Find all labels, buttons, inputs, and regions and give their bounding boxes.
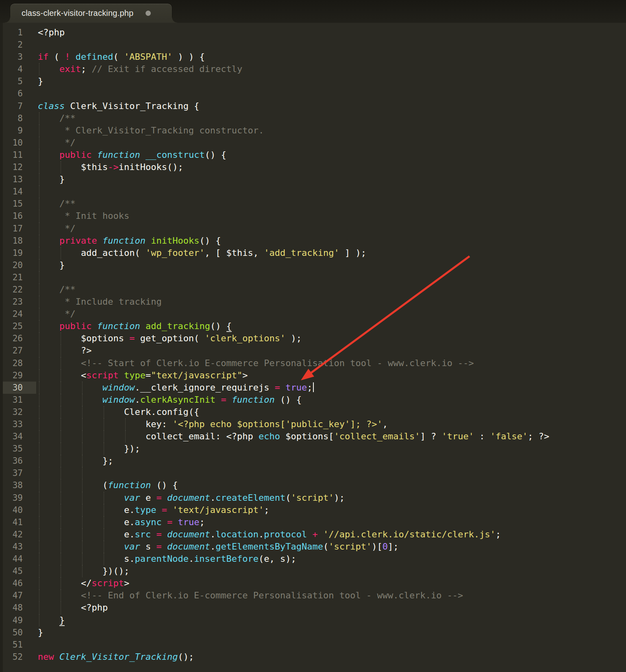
code-line-42[interactable]: 42 e.src = document.location.protocol + … (0, 528, 626, 541)
code-line-text[interactable]: }; (38, 455, 626, 467)
line-number[interactable]: 28 (0, 357, 23, 369)
line-number[interactable]: 38 (0, 479, 23, 491)
line-number[interactable]: 13 (0, 173, 23, 185)
code-line-text[interactable]: <script type="text/javascript"> (38, 369, 626, 382)
code-line-text[interactable]: class Clerk_Visitor_Tracking { (38, 100, 626, 112)
code-line-text[interactable]: </script> (38, 577, 626, 589)
code-line-text[interactable]: public function add_tracking() { (38, 320, 626, 332)
line-number[interactable]: 8 (0, 112, 23, 124)
code-line-text[interactable]: $options = get_option( 'clerk_options' )… (38, 332, 626, 345)
code-line-text[interactable]: s.parentNode.insertBefore(e, s); (38, 553, 626, 565)
code-line-text[interactable]: }); (38, 443, 626, 455)
code-line-33[interactable]: 33 key: '<?php echo $options['public_key… (0, 418, 626, 430)
line-number[interactable]: 7 (0, 100, 23, 112)
code-line-10[interactable]: 10 */ (0, 137, 626, 149)
code-line-17[interactable]: 17 */ (0, 223, 626, 235)
code-line-38[interactable]: 38 (function () { (0, 479, 626, 491)
code-line-text[interactable]: */ (38, 223, 626, 235)
code-line-37[interactable]: 37 (0, 467, 626, 479)
line-number[interactable]: 23 (0, 296, 23, 308)
code-line-text[interactable]: })(); (38, 565, 626, 577)
code-line-39[interactable]: 39 var e = document.createElement('scrip… (0, 492, 626, 504)
code-line-36[interactable]: 36 }; (0, 455, 626, 467)
line-number[interactable]: 48 (0, 602, 23, 614)
line-number[interactable]: 10 (0, 137, 23, 149)
code-editor[interactable]: 1<?php23if ( ! defined( 'ABSPATH' ) ) {4… (0, 23, 626, 672)
code-line-13[interactable]: 13 } (0, 173, 626, 185)
code-line-44[interactable]: 44 s.parentNode.insertBefore(e, s); (0, 553, 626, 565)
code-line-text[interactable]: * Include tracking (38, 296, 626, 308)
line-number[interactable]: 52 (0, 651, 23, 663)
code-line-text[interactable]: key: '<?php echo $options['public_key'];… (38, 418, 626, 430)
code-line-49[interactable]: 49 } (0, 614, 626, 626)
code-line-12[interactable]: 12 $this->initHooks(); (0, 161, 626, 173)
code-line-18[interactable]: 18 private function initHooks() { (0, 235, 626, 247)
code-line-text[interactable] (38, 639, 626, 651)
code-line-text[interactable]: (function () { (38, 479, 626, 491)
line-number[interactable]: 41 (0, 516, 23, 528)
code-line-text[interactable] (38, 467, 626, 479)
code-line-30[interactable]: 30 window.__clerk_ignore_requirejs = tru… (0, 382, 626, 394)
code-line-text[interactable]: e.type = 'text/javascript'; (38, 504, 626, 516)
code-line-19[interactable]: 19 add_action( 'wp_footer', [ $this, 'ad… (0, 247, 626, 259)
code-line-47[interactable]: 47 <!-- End of Clerk.io E-commerce Perso… (0, 589, 626, 602)
line-number[interactable]: 43 (0, 541, 23, 553)
line-number[interactable]: 18 (0, 235, 23, 247)
code-line-9[interactable]: 9 * Clerk_Visitor_Tracking constructor. (0, 124, 626, 137)
code-line-text[interactable] (38, 271, 626, 284)
code-line-text[interactable]: ?> (38, 345, 626, 357)
code-line-text[interactable]: <?php (38, 26, 626, 39)
code-line-11[interactable]: 11 public function __construct() { (0, 149, 626, 161)
code-line-text[interactable]: <?php (38, 602, 626, 614)
line-number[interactable]: 22 (0, 284, 23, 296)
line-number[interactable]: 50 (0, 626, 23, 639)
line-number[interactable]: 21 (0, 271, 23, 284)
line-number[interactable]: 6 (0, 87, 23, 100)
code-line-34[interactable]: 34 collect_email: <?php echo $options['c… (0, 430, 626, 443)
line-number[interactable]: 9 (0, 124, 23, 137)
code-line-text[interactable]: public function __construct() { (38, 149, 626, 161)
code-line-41[interactable]: 41 e.async = true; (0, 516, 626, 528)
code-line-22[interactable]: 22 /** (0, 284, 626, 296)
code-line-text[interactable]: /** (38, 198, 626, 210)
code-line-text[interactable]: exit; // Exit if accessed directly (38, 63, 626, 75)
code-line-text[interactable]: } (38, 173, 626, 185)
code-line-51[interactable]: 51 (0, 639, 626, 651)
code-line-35[interactable]: 35 }); (0, 443, 626, 455)
line-number[interactable]: 29 (0, 369, 23, 382)
code-line-45[interactable]: 45 })(); (0, 565, 626, 577)
line-number[interactable]: 32 (0, 406, 23, 418)
line-number[interactable]: 5 (0, 75, 23, 87)
code-line-25[interactable]: 25 public function add_tracking() { (0, 320, 626, 332)
file-tab[interactable]: class-clerk-visitor-tracking.php (10, 3, 172, 23)
line-number[interactable]: 3 (0, 51, 23, 63)
code-line-text[interactable]: $this->initHooks(); (38, 161, 626, 173)
code-line-15[interactable]: 15 /** (0, 198, 626, 210)
code-line-31[interactable]: 31 window.clerkAsyncInit = function () { (0, 394, 626, 406)
code-line-text[interactable]: private function initHooks() { (38, 235, 626, 247)
code-line-52[interactable]: 52new Clerk_Visitor_Tracking(); (0, 651, 626, 663)
line-number[interactable]: 34 (0, 430, 23, 443)
code-line-text[interactable]: Clerk.config({ (38, 406, 626, 418)
code-line-50[interactable]: 50} (0, 626, 626, 639)
code-line-text[interactable]: * Init hooks (38, 210, 626, 222)
code-line-text[interactable]: } (38, 75, 626, 87)
code-line-8[interactable]: 8 /** (0, 112, 626, 124)
code-line-7[interactable]: 7class Clerk_Visitor_Tracking { (0, 100, 626, 112)
line-number[interactable]: 24 (0, 308, 23, 320)
code-line-text[interactable]: var e = document.createElement('script')… (38, 492, 626, 504)
line-number[interactable]: 47 (0, 589, 23, 602)
code-line-text[interactable]: e.async = true; (38, 516, 626, 528)
line-number[interactable]: 2 (0, 39, 23, 51)
line-number[interactable]: 44 (0, 553, 23, 565)
line-number[interactable]: 35 (0, 443, 23, 455)
code-line-27[interactable]: 27 ?> (0, 345, 626, 357)
code-line-2[interactable]: 2 (0, 39, 626, 51)
line-number[interactable]: 11 (0, 149, 23, 161)
code-line-5[interactable]: 5} (0, 75, 626, 87)
line-number[interactable]: 40 (0, 504, 23, 516)
code-line-14[interactable]: 14 (0, 185, 626, 198)
line-number[interactable]: 17 (0, 223, 23, 235)
code-line-text[interactable] (38, 87, 626, 100)
code-line-text[interactable]: if ( ! defined( 'ABSPATH' ) ) { (38, 51, 626, 63)
